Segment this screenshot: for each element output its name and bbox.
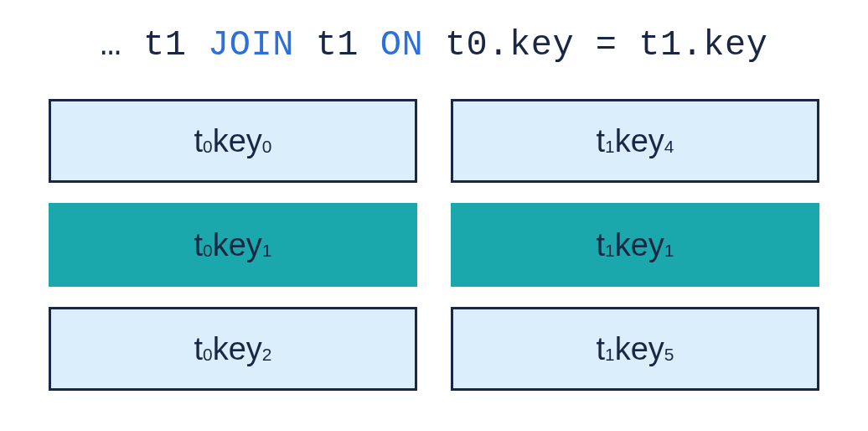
key-sub: 5 bbox=[664, 345, 674, 365]
right-column: t1key4 t1key1 t1key5 bbox=[451, 99, 819, 391]
right-cell-0: t1key4 bbox=[451, 99, 819, 183]
join-columns: t0key0 t0key1 t0key2 t1key4 t1key1 t1key… bbox=[34, 99, 834, 391]
key-label: key bbox=[213, 227, 262, 263]
left-cell-2: t0key2 bbox=[49, 307, 417, 391]
key-sub: 2 bbox=[262, 345, 272, 365]
key-sub: 1 bbox=[262, 241, 272, 261]
sql-join-title: … t1 JOIN t1 ON t0.key = t1.key bbox=[34, 25, 834, 65]
table-sub: 1 bbox=[605, 241, 615, 261]
key-sub: 0 bbox=[262, 137, 272, 157]
right-cell-2: t1key5 bbox=[451, 307, 819, 391]
table-sub: 0 bbox=[203, 241, 213, 261]
table-sub: 0 bbox=[203, 345, 213, 365]
title-table-b: t1 bbox=[316, 25, 359, 65]
key-label: key bbox=[615, 123, 664, 159]
key-label: key bbox=[615, 227, 664, 263]
title-join-keyword: JOIN bbox=[186, 25, 315, 65]
left-column: t0key0 t0key1 t0key2 bbox=[49, 99, 417, 391]
title-table-a: t1 bbox=[143, 25, 186, 65]
key-label: key bbox=[213, 331, 262, 367]
key-label: key bbox=[213, 123, 262, 159]
key-sub: 1 bbox=[664, 241, 674, 261]
title-on-keyword: ON bbox=[359, 25, 445, 65]
key-label: key bbox=[615, 331, 664, 367]
left-cell-1: t0key1 bbox=[49, 203, 417, 287]
key-sub: 4 bbox=[664, 137, 674, 157]
title-prefix: … bbox=[101, 25, 143, 65]
title-condition: t0.key = t1.key bbox=[445, 25, 768, 65]
right-cell-1: t1key1 bbox=[451, 203, 819, 287]
table-sub: 1 bbox=[605, 137, 615, 157]
left-cell-0: t0key0 bbox=[49, 99, 417, 183]
table-sub: 0 bbox=[203, 137, 213, 157]
table-sub: 1 bbox=[605, 345, 615, 365]
